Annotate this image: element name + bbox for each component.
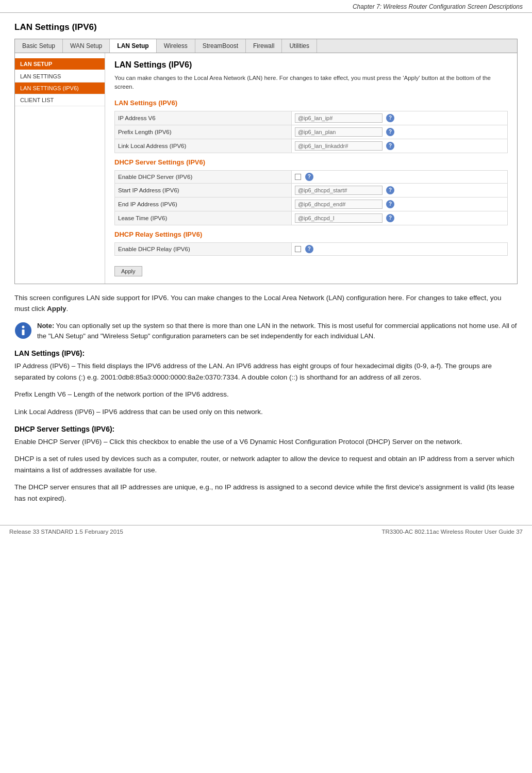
field-cell-prefix-length: @ip6_lan_plan ? [291, 125, 507, 139]
main-content: LAN Settings (IPV6) Basic Setup WAN Setu… [0, 13, 532, 520]
content-description: You can make changes to the Local Area N… [114, 74, 508, 92]
sidebar-section-title: LAN SETUP [15, 58, 105, 70]
tab-basic-setup[interactable]: Basic Setup [15, 39, 63, 53]
field-label-end-ip: End IP Address (IPV6) [115, 197, 292, 211]
body-para-dhcp-unique: The DHCP server ensures that all IP addr… [14, 482, 518, 504]
body-subheading-dhcp-server: DHCP Server Settings (IPV6): [14, 425, 518, 433]
note-text: Note: You can optionally set up the syst… [37, 321, 518, 342]
help-icon-enable-dhcp-relay[interactable]: ? [305, 245, 313, 253]
page-title: LAN Settings (IPV6) [14, 22, 518, 32]
apply-button[interactable]: Apply [114, 266, 142, 276]
ip-address-v6-input[interactable]: @ip6_lan_ip# [295, 113, 383, 123]
svg-point-1 [22, 325, 25, 328]
link-local-input[interactable]: @ip6_lan_linkaddr# [295, 141, 383, 151]
field-cell-enable-dhcp-relay: ? [291, 242, 507, 255]
note-box: Note: You can optionally set up the syst… [14, 321, 518, 342]
table-row: Prefix Length (IPV6) @ip6_lan_plan ? [115, 125, 508, 139]
field-cell-ip-address-v6: @ip6_lan_ip# ? [291, 111, 507, 125]
field-label-start-ip: Start IP Address (IPV6) [115, 183, 292, 197]
svg-rect-2 [22, 330, 25, 335]
field-cell-end-ip: @ip6_dhcpd_end# ? [291, 197, 507, 211]
body-para-dhcp-rules: DHCP is a set of rules used by devices s… [14, 453, 518, 475]
footer-left: Release 33 STANDARD 1.5 February 2015 [9, 529, 123, 535]
table-row: Enable DHCP Server (IPV6) ? [115, 170, 508, 183]
content-panel: LAN Settings (IPV6) You can make changes… [105, 53, 517, 284]
enable-dhcp-relay-checkbox[interactable] [295, 246, 301, 252]
table-row: Enable DHCP Relay (IPV6) ? [115, 242, 508, 255]
lease-time-input[interactable]: @ip6_dhcpd_l [295, 213, 383, 223]
sidebar-item-lan-settings-ipv6[interactable]: LAN SETTINGS (IPV6) [15, 83, 105, 94]
router-body: LAN SETUP LAN SETTINGS LAN SETTINGS (IPV… [15, 53, 517, 284]
table-row: End IP Address (IPV6) @ip6_dhcpd_end# ? [115, 197, 508, 211]
table-row: Lease Time (IPV6) @ip6_dhcpd_l ? [115, 211, 508, 225]
field-cell-lease-time: @ip6_dhcpd_l ? [291, 211, 507, 225]
help-icon-enable-dhcp[interactable]: ? [305, 173, 313, 181]
field-label-lease-time: Lease Time (IPV6) [115, 211, 292, 225]
nav-tabs: Basic Setup WAN Setup LAN Setup Wireless… [15, 39, 517, 53]
tab-wireless[interactable]: Wireless [157, 39, 195, 53]
enable-dhcp-relay-cell: ? [295, 245, 504, 253]
section-heading-dhcp-server: DHCP Server Settings (IPV6) [114, 158, 508, 166]
dhcp-server-settings-table: Enable DHCP Server (IPV6) ? Start IP Add… [114, 170, 508, 225]
field-label-link-local: Link Local Address (IPV6) [115, 139, 292, 153]
body-para-prefix-length: Prefix Length V6 – Length of the network… [14, 389, 518, 400]
field-label-ip-address-v6: IP Address V6 [115, 111, 292, 125]
sidebar: LAN SETUP LAN SETTINGS LAN SETTINGS (IPV… [15, 53, 105, 284]
prefix-length-input[interactable]: @ip6_lan_plan [295, 127, 383, 137]
help-icon-prefix[interactable]: ? [386, 128, 394, 136]
section-heading-dhcp-relay: DHCP Relay Settings (IPV6) [114, 231, 508, 238]
field-label-enable-dhcp-relay: Enable DHCP Relay (IPV6) [115, 242, 292, 255]
tab-firewall[interactable]: Firewall [246, 39, 282, 53]
help-icon-link-local[interactable]: ? [386, 142, 394, 150]
section-heading-lan-ipv6: LAN Settings (IPV6) [114, 99, 508, 107]
header-text: Chapter 7: Wireless Router Configuration… [353, 3, 523, 10]
page-footer: Release 33 STANDARD 1.5 February 2015 TR… [0, 525, 532, 538]
body-para-enable-dhcp: Enable DHCP Server (IPV6) – Click this c… [14, 436, 518, 448]
field-cell-enable-dhcp-server: ? [291, 170, 507, 183]
enable-dhcp-server-checkbox[interactable] [295, 174, 301, 180]
body-para-link-local: Link Local Address (IPV6) – IPV6 address… [14, 406, 518, 418]
field-label-prefix-length: Prefix Length (IPV6) [115, 125, 292, 139]
body-subheading-lan-ipv6: LAN Settings (IPV6): [14, 349, 518, 357]
content-title: LAN Settings (IPV6) [114, 60, 508, 70]
help-icon-lease-time[interactable]: ? [386, 214, 394, 222]
tab-streamboost[interactable]: StreamBoost [195, 39, 246, 53]
field-label-enable-dhcp-server: Enable DHCP Server (IPV6) [115, 170, 292, 183]
enable-dhcp-server-cell: ? [295, 173, 504, 181]
footer-right: TR3300-AC 802.11ac Wireless Router User … [381, 529, 523, 535]
table-row: Start IP Address (IPV6) @ip6_dhcpd_start… [115, 183, 508, 197]
apply-button-container: Apply [114, 261, 508, 276]
start-ip-input[interactable]: @ip6_dhcpd_start# [295, 186, 383, 195]
body-intro: This screen configures LAN side support … [14, 292, 518, 315]
help-icon-end-ip[interactable]: ? [386, 200, 394, 208]
note-icon [14, 322, 32, 339]
body-para-ip-address: IP Address (IPV6) – This field displays … [14, 360, 518, 383]
field-cell-start-ip: @ip6_dhcpd_start# ? [291, 183, 507, 197]
sidebar-item-lan-settings[interactable]: LAN SETTINGS [15, 71, 105, 83]
help-icon-start-ip[interactable]: ? [386, 186, 394, 194]
page-header: Chapter 7: Wireless Router Configuration… [0, 0, 532, 13]
sidebar-item-client-list[interactable]: CLIENT LIST [15, 94, 105, 106]
table-row: Link Local Address (IPV6) @ip6_lan_linka… [115, 139, 508, 153]
table-row: IP Address V6 @ip6_lan_ip# ? [115, 111, 508, 125]
end-ip-input[interactable]: @ip6_dhcpd_end# [295, 200, 383, 209]
tab-wan-setup[interactable]: WAN Setup [63, 39, 110, 53]
lan-settings-table: IP Address V6 @ip6_lan_ip# ? Prefix Leng… [114, 111, 508, 153]
field-cell-link-local: @ip6_lan_linkaddr# ? [291, 139, 507, 153]
dhcp-relay-settings-table: Enable DHCP Relay (IPV6) ? [114, 242, 508, 256]
tab-lan-setup[interactable]: LAN Setup [110, 39, 156, 53]
help-icon-ip-v6[interactable]: ? [386, 114, 394, 122]
router-ui: Basic Setup WAN Setup LAN Setup Wireless… [14, 39, 518, 284]
tab-utilities[interactable]: Utilities [282, 39, 317, 53]
